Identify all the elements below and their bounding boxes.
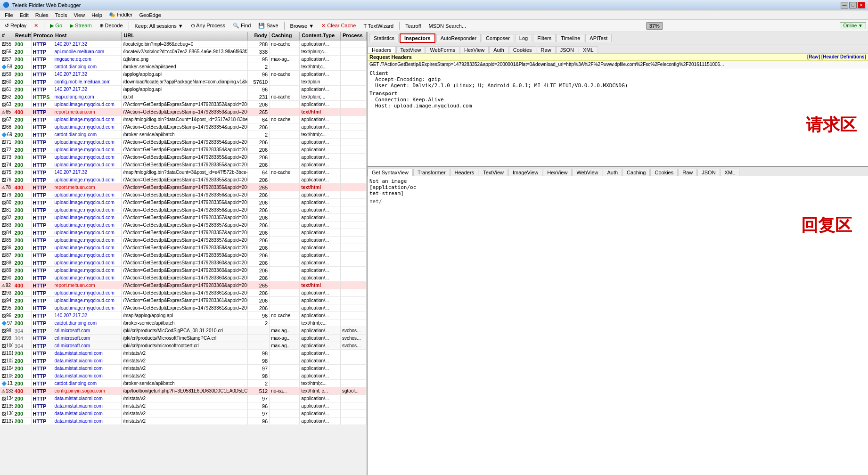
table-row[interactable]: 🖼62200HTTPSmapi.dianping.com/p.txt231no-… <box>0 93 367 101</box>
table-row[interactable]: 🖼134200HTTPdata.mistat.xiaomi.com/mistat… <box>0 395 367 402</box>
col-header-host[interactable]: Host <box>53 32 122 40</box>
response-subtab-transformer[interactable]: Transformer <box>413 169 450 176</box>
table-row[interactable]: 🖼85200HTTPupload.image.myqcloud.com/?Act… <box>0 237 367 244</box>
col-header-caching[interactable]: Caching <box>270 32 300 40</box>
col-header-body[interactable]: Body <box>248 32 270 40</box>
menu-item-geoedge[interactable]: GeoEdge <box>136 11 164 19</box>
table-row[interactable]: 🖼102200HTTPdata.mistat.xiaomi.com/mistat… <box>0 357 367 365</box>
table-row[interactable]: 🖼80200HTTPupload.image.myqcloud.com/?Act… <box>0 199 367 206</box>
inspector-tab-autoresponder[interactable]: AutoResponder <box>436 34 481 42</box>
stream-button[interactable]: ▶ Stream <box>67 21 95 30</box>
request-subtab-xml[interactable]: XML <box>579 46 598 53</box>
col-header-ctype[interactable]: Content-Type <box>300 32 341 40</box>
table-row[interactable]: 🔷132200HTTPcatdot.dianping.com/broker-se… <box>0 380 367 387</box>
table-row[interactable]: 🖼136200HTTPdata.mistat.xiaomi.com/mistat… <box>0 410 367 418</box>
replay-button[interactable]: ↺ Replay <box>2 21 29 30</box>
col-header-protocol[interactable]: Protocol <box>32 32 53 40</box>
clear-cache-button[interactable]: ✕ Clear Cache <box>319 21 359 30</box>
response-subtab-xml[interactable]: XML <box>721 169 740 176</box>
inspector-tab-apitest[interactable]: APITest <box>585 34 612 42</box>
table-row[interactable]: 🖼135200HTTPdata.mistat.xiaomi.com/mistat… <box>0 402 367 410</box>
minimize-button[interactable]: — <box>841 2 848 8</box>
menu-item-rules[interactable]: Rules <box>33 11 51 19</box>
table-row[interactable]: 🖼83200HTTPupload.image.myqcloud.com/?Act… <box>0 221 367 229</box>
request-subtab-headers[interactable]: Headers <box>368 46 396 53</box>
table-row[interactable]: 🖼96200HTTP140.207.217.32/mapi/applog/app… <box>0 312 367 319</box>
table-row[interactable]: ⚠78400HTTPreport.meituan.com/?Action=Get… <box>0 184 367 191</box>
response-subtab-json[interactable]: JSON <box>697 169 720 176</box>
request-subtab-json[interactable]: JSON <box>556 46 578 53</box>
inspector-tab-composer[interactable]: Composer <box>482 34 514 42</box>
response-subtab-caching[interactable]: Caching <box>622 169 650 176</box>
col-header-hash[interactable]: # <box>0 32 13 40</box>
table-row[interactable]: 🖼75200HTTP140.207.217.32/mapi/mlog/dlog.… <box>0 169 367 176</box>
table-row[interactable]: 🖼72200HTTPupload.image.myqcloud.com/?Act… <box>0 146 367 154</box>
table-row[interactable]: 🖼82200HTTPupload.image.myqcloud.com/?Act… <box>0 214 367 221</box>
response-subtab-headers[interactable]: Headers <box>450 169 479 176</box>
table-row[interactable]: 🖼87200HTTPupload.image.myqcloud.com/?Act… <box>0 252 367 259</box>
table-row[interactable]: 🖼104200HTTPdata.mistat.xiaomi.com/mistat… <box>0 365 367 372</box>
table-row[interactable]: 🖼59200HTTP140.207.217.32/applog/applog.a… <box>0 71 367 78</box>
inspector-tab-inspectors[interactable]: Inspectors <box>400 33 435 43</box>
table-row[interactable]: 🖼99304HTTPcrl.microsoft.com/pki/crl/prod… <box>0 335 367 342</box>
menu-item-file[interactable]: File <box>2 11 16 19</box>
any-process-button[interactable]: ⊙ Any Process <box>188 21 228 30</box>
table-row[interactable]: 🖼105200HTTPdata.mistat.xiaomi.com/mistat… <box>0 372 367 380</box>
text-wizard-button[interactable]: T TextWizard <box>360 22 396 30</box>
inspector-tab-log[interactable]: Log <box>515 34 532 42</box>
decode-button[interactable]: ⊕ Decode <box>97 21 126 30</box>
table-row[interactable]: ⚠133400HTTPconfig.pinyin.sogou.com/api/t… <box>0 387 367 395</box>
table-row[interactable]: 🖼74200HTTPupload.image.myqcloud.com/?Act… <box>0 161 367 169</box>
table-row[interactable]: 🖼98304HTTPcrl.microsoft.com/pki/crl/prod… <box>0 327 367 335</box>
menu-item-fiddler[interactable]: 🎭 Fiddler <box>106 11 136 19</box>
request-subtab-auth[interactable]: Auth <box>489 46 508 53</box>
go-button[interactable]: ▶ Go <box>47 21 65 30</box>
table-row[interactable]: 🖼55200HTTP140.207.217.32/locate/gc.bin?m… <box>0 41 367 48</box>
response-subtab-imageview[interactable]: ImageView <box>508 169 542 176</box>
msdn-button[interactable]: MSDN Search... <box>426 22 469 30</box>
menu-item-view[interactable]: View <box>71 11 88 19</box>
inspector-tab-statistics[interactable]: Statistics <box>369 34 399 42</box>
response-subtab-hexview[interactable]: HexView <box>543 169 572 176</box>
inspector-tab-timeline[interactable]: Timeline <box>557 34 584 42</box>
response-subtab-raw[interactable]: Raw <box>678 169 697 176</box>
close-button[interactable]: ✕ <box>858 2 865 8</box>
response-subtab-cookies[interactable]: Cookies <box>650 169 678 176</box>
response-subtab-auth[interactable]: Auth <box>603 169 622 176</box>
table-row[interactable]: 🖼81200HTTPupload.image.myqcloud.com/?Act… <box>0 206 367 214</box>
request-subtab-textview[interactable]: TextView <box>396 46 426 53</box>
keep-button[interactable]: Keep: All sessions ▼ <box>132 22 186 30</box>
request-subtab-hexview[interactable]: HexView <box>460 46 489 53</box>
table-row[interactable]: 🖼67200HTTPupload.image.myqcloud.com/mapi… <box>0 116 367 123</box>
table-row[interactable]: 🖼86200HTTPupload.image.myqcloud.com/?Act… <box>0 244 367 252</box>
col-header-url[interactable]: URL <box>122 32 248 40</box>
maximize-button[interactable]: □ <box>849 2 857 8</box>
table-row[interactable]: 🔷58200HTTPcatdot.dianping.com/broker-ser… <box>0 63 367 71</box>
table-row[interactable]: 🖼93200HTTPupload.image.myqcloud.com/?Act… <box>0 289 367 297</box>
col-header-result[interactable]: Result <box>13 32 32 40</box>
table-row[interactable]: 🖼63200HTTPupload.image.myqcloud.com/?Act… <box>0 101 367 108</box>
table-row[interactable]: 🖼100304HTTPcrl.microsoft.com/pki/crl/pro… <box>0 342 367 350</box>
table-row[interactable]: 🖼76200HTTPupload.image.myqcloud.com/?Act… <box>0 176 367 184</box>
table-row[interactable]: 🖼71200HTTPupload.image.myqcloud.com/?Act… <box>0 139 367 146</box>
remove-button[interactable]: ✕ <box>31 21 41 30</box>
menu-item-edit[interactable]: Edit <box>17 11 32 19</box>
table-row[interactable]: 🖼79200HTTPupload.image.myqcloud.com/?Act… <box>0 191 367 199</box>
table-row[interactable]: 🖼84200HTTPupload.image.myqcloud.com/?Act… <box>0 229 367 237</box>
table-row[interactable]: 🖼57200HTTPimgcache.qq.com/zjk/one.png95m… <box>0 56 367 63</box>
traffic-list[interactable]: 🖼55200HTTP140.207.217.32/locate/gc.bin?m… <box>0 41 367 475</box>
table-row[interactable]: 🖼60200HTTPconfig.mobile.meituan.com/down… <box>0 78 367 86</box>
table-row[interactable]: 🔷97200HTTPcatdot.dianping.com/broker-ser… <box>0 319 367 327</box>
table-row[interactable]: ⚠65400HTTPreport.meituan.com/?Action=Get… <box>0 108 367 116</box>
table-row[interactable]: 🖼88200HTTPupload.image.myqcloud.com/?Act… <box>0 259 367 267</box>
response-subtab-textview[interactable]: TextView <box>479 169 508 176</box>
table-row[interactable]: 🖼89200HTTPupload.image.myqcloud.com/?Act… <box>0 267 367 274</box>
table-row[interactable]: 🖼101200HTTPdata.mistat.xiaomi.com/mistat… <box>0 350 367 357</box>
save-button[interactable]: 💾 Save <box>255 21 281 30</box>
online-button[interactable]: Online ▼ <box>840 22 866 29</box>
inspector-tab-filters[interactable]: Filters <box>533 34 556 42</box>
menu-item-help[interactable]: Help <box>89 11 105 19</box>
col-header-process[interactable]: Process <box>341 32 367 40</box>
table-row[interactable]: 🖼73200HTTPupload.image.myqcloud.com/?Act… <box>0 154 367 161</box>
response-subtab-webview[interactable]: WebView <box>572 169 602 176</box>
